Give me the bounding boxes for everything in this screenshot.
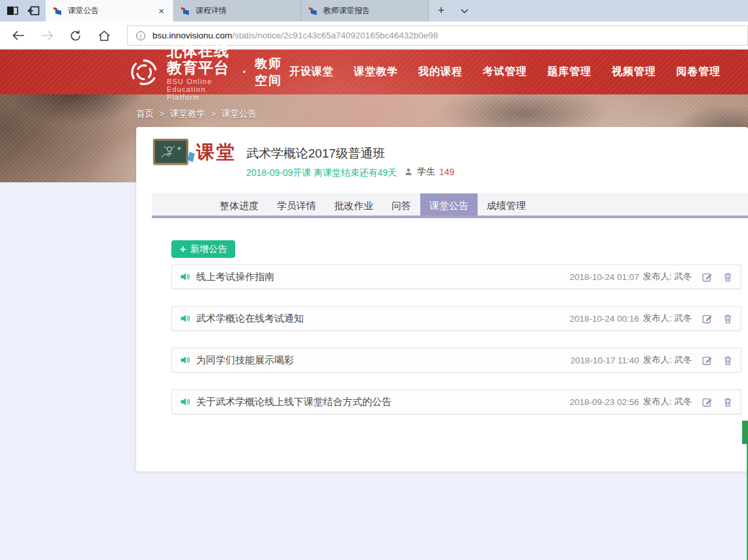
pencil-icon — [187, 152, 196, 164]
site-info-icon[interactable]: i — [136, 31, 145, 40]
chalkboard-icon — [153, 139, 188, 165]
speaker-icon — [180, 313, 190, 324]
browser-address-bar: i bsu.innovisionu.com/statis/notice/2c91… — [0, 21, 748, 49]
browser-tab-title: 课堂公告 — [68, 5, 151, 16]
breadcrumb-home[interactable]: 首页 — [136, 108, 154, 120]
brand-subtitle: BSU Online Education Platform — [167, 77, 232, 101]
refresh-icon[interactable] — [61, 24, 90, 48]
tab-grade-homework[interactable]: 批改作业 — [325, 193, 382, 216]
browser-tab-strip: 课堂公告 × 课程详情 教师课堂报告 + — [0, 0, 748, 21]
tab-class-notice[interactable]: 课堂公告 — [420, 193, 478, 216]
nav-item-video-mgmt[interactable]: 视频管理 — [612, 65, 656, 79]
add-announcement-button[interactable]: + 新增公告 — [171, 240, 235, 258]
announcement-row: 线上考试操作指南 2018-10-24 01:07 发布人: 武冬 — [171, 264, 741, 289]
brand-text-block: 北体在线教育平台 BSU Online Education Platform — [167, 43, 232, 101]
announcement-title[interactable]: 关于武术学概论线上线下课堂结合方式的公告 — [196, 396, 569, 408]
speaker-icon — [180, 397, 190, 407]
brand-logo[interactable]: 北体在线教育平台 BSU Online Education Platform — [129, 43, 232, 101]
site-favicon-icon — [52, 6, 63, 16]
announcement-title[interactable]: 线上考试操作指南 — [196, 271, 569, 283]
url-domain: bsu.innovisionu.com — [152, 31, 232, 40]
students-count: 149 — [439, 167, 454, 177]
tab-qa[interactable]: 问答 — [382, 193, 420, 216]
announcement-panel: + 新增公告 线上考试操作指南 2018-10-24 01:07 发布人: 武冬 — [136, 218, 748, 414]
browser-tab-1[interactable]: 课堂公告 × — [46, 0, 173, 21]
breadcrumb-current: 课堂公告 — [222, 108, 257, 120]
url-path: /statis/notice/2c91c43c65a740920165bc464… — [232, 31, 438, 40]
brand-title: 北体在线教育平台 — [167, 43, 232, 76]
new-tab-button[interactable]: + — [429, 0, 453, 21]
edit-icon[interactable] — [702, 397, 713, 408]
publisher-name: 武冬 — [674, 313, 692, 324]
url-text: bsu.innovisionu.com/statis/notice/2c91c4… — [152, 31, 438, 40]
home-icon[interactable] — [90, 24, 119, 48]
site-favicon-icon — [180, 6, 190, 16]
browser-tab-title: 教师课堂报告 — [323, 5, 422, 16]
announcement-row: 武术学概论在线考试通知 2018-10-24 00:16 发布人: 武冬 — [171, 306, 741, 331]
delete-icon[interactable] — [723, 272, 733, 283]
nav-item-grading-mgmt[interactable]: 阅卷管理 — [676, 65, 721, 79]
set-tabs-aside-icon[interactable] — [25, 3, 42, 20]
browser-tab-3[interactable]: 教师课堂报告 — [301, 0, 429, 21]
speaker-icon — [180, 272, 190, 282]
tab-grade-mgmt[interactable]: 成绩管理 — [478, 193, 535, 216]
announcement-datetime: 2018-09-23 02:56 — [569, 397, 639, 407]
publisher-name: 武冬 — [674, 271, 692, 283]
back-icon[interactable] — [4, 24, 33, 48]
publisher-label: 发布人: — [643, 354, 672, 366]
publisher-label: 发布人: — [643, 313, 672, 324]
site-header: 北体在线教育平台 BSU Online Education Platform ·… — [0, 49, 748, 94]
top-navigation: 开设课堂 课堂教学 我的课程 考试管理 题库管理 视频管理 阅卷管理 — [289, 65, 748, 79]
announcement-row: 为同学们技能展示喝彩 2018-10-17 11:40 发布人: 武冬 — [171, 348, 741, 372]
delete-icon[interactable] — [723, 397, 733, 408]
edit-icon[interactable] — [702, 355, 713, 366]
forward-icon[interactable] — [33, 24, 61, 48]
nav-item-class-teaching[interactable]: 课堂教学 — [354, 65, 398, 79]
course-badge-label: 课堂 — [196, 140, 237, 165]
course-tab-bar: 整体进度 学员详情 批改作业 问答 课堂公告 成绩管理 — [152, 193, 748, 218]
publisher-name: 武冬 — [674, 354, 692, 366]
nav-item-question-bank[interactable]: 题库管理 — [547, 65, 592, 79]
speaker-icon — [180, 355, 190, 365]
plus-icon: + — [180, 244, 186, 255]
tab-overall-progress[interactable]: 整体进度 — [210, 193, 268, 216]
edit-icon[interactable] — [702, 272, 713, 283]
publisher-label: 发布人: — [643, 396, 672, 408]
nav-item-create-class[interactable]: 开设课堂 — [289, 65, 334, 79]
nav-item-my-courses[interactable]: 我的课程 — [418, 65, 463, 79]
publisher-name: 武冬 — [674, 396, 692, 408]
workspace-label: 教师空间 — [255, 55, 289, 89]
course-schedule: 2018-09-09开课 离课堂结束还有49天 — [246, 167, 397, 179]
tab-student-details[interactable]: 学员详情 — [268, 193, 325, 216]
announcement-title[interactable]: 为同学们技能展示喝彩 — [196, 354, 570, 367]
edit-icon[interactable] — [702, 313, 713, 324]
browser-window-buttons — [0, 0, 46, 21]
students-label: 学生 — [417, 166, 435, 178]
announcement-datetime: 2018-10-17 11:40 — [570, 356, 639, 365]
tab-list-chevron-down-icon[interactable] — [453, 0, 476, 21]
students-summary: 学生 149 — [404, 166, 454, 178]
breadcrumb: 首页 > 课堂教学 > 课堂公告 — [136, 108, 257, 120]
nav-item-exam-mgmt[interactable]: 考试管理 — [483, 65, 527, 79]
announcement-datetime: 2018-10-24 00:16 — [569, 314, 639, 324]
breadcrumb-separator: > — [211, 109, 216, 119]
tab-preview-icon[interactable] — [4, 3, 21, 20]
delete-icon[interactable] — [723, 355, 733, 366]
course-title: 武术学概论2017级普通班 — [246, 145, 385, 162]
brand-separator-dot: · — [242, 64, 247, 81]
floating-sidebar-widget[interactable] — [742, 421, 748, 444]
browser-tab-2[interactable]: 课程详情 — [173, 0, 301, 21]
breadcrumb-separator: > — [160, 109, 164, 119]
delete-icon[interactable] — [723, 313, 733, 324]
announcement-title[interactable]: 武术学概论在线考试通知 — [196, 313, 569, 325]
browser-tab-title: 课程详情 — [195, 5, 294, 16]
swirl-logo-icon — [129, 57, 159, 87]
person-icon — [404, 167, 413, 176]
breadcrumb-class-teaching[interactable]: 课堂教学 — [170, 108, 205, 120]
announcement-row: 关于武术学概论线上线下课堂结合方式的公告 2018-09-23 02:56 发布… — [171, 389, 741, 414]
add-announcement-label: 新增公告 — [190, 244, 227, 255]
course-header: 课堂 武术学概论2017级普通班 2018-09-09开课 离课堂结束还有49天… — [136, 127, 748, 193]
tab-close-icon[interactable]: × — [156, 6, 166, 16]
content-card: 课堂 武术学概论2017级普通班 2018-09-09开课 离课堂结束还有49天… — [136, 127, 748, 471]
site-favicon-icon — [308, 6, 318, 16]
